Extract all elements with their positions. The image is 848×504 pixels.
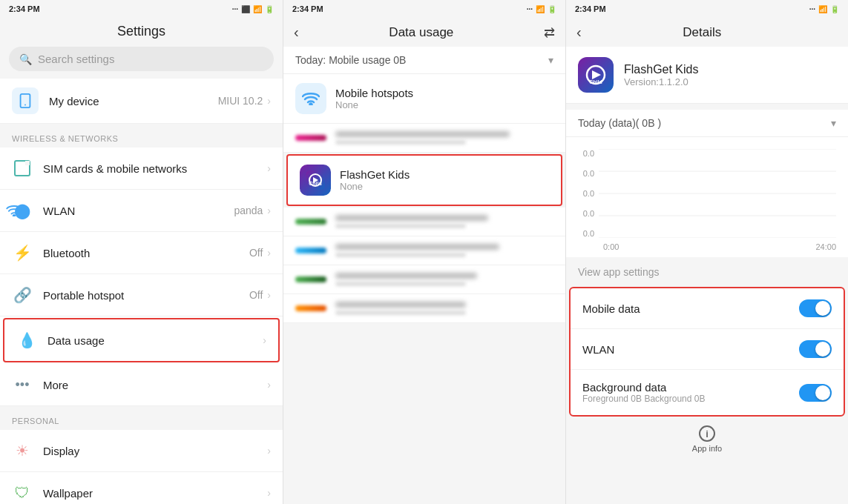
app-name-block: FlashGet Kids Version:1.1.2.0 [624,63,698,87]
wlan-item[interactable]: ⬤ WLAN panda › [0,190,283,232]
svg-point-2 [13,215,16,216]
wlan-toggle[interactable] [799,340,832,358]
more-item[interactable]: ••• More › [0,364,283,406]
data-icon: 💧 [16,330,37,351]
settings-list: My device MIUI 10.2 › WIRELESS & NETWORK… [0,79,283,504]
display-chevron: › [267,445,271,457]
bg-data-label: Background data [582,381,799,394]
sim-icon [12,158,33,179]
data-usage-title: Data usage [389,25,453,40]
sim-item[interactable]: SIM cards & mobile networks › [0,147,283,190]
details-panel: 2:34 PM ··· 📶 🔋 ‹ Details Child FlashGet… [566,0,848,504]
hotspots-info: Mobile hotspots None [335,87,553,110]
blurred-line-4 [335,273,477,279]
blurred-line-1 [335,131,510,137]
blurred-text-3 [335,244,553,257]
my-device-label: My device [49,95,218,107]
chart-svg-container [599,149,836,241]
blurred-sub-1 [335,140,466,145]
wallpaper-chevron: › [267,487,271,499]
device-icon [12,87,39,114]
mobile-hotspots-item[interactable]: Mobile hotspots None [283,74,565,124]
data-app-list: Mobile hotspots None Child [283,74,565,504]
details-title: Details [582,25,823,40]
blurred-icon-2 [295,219,326,225]
sim-chevron: › [267,162,271,174]
display-icon: ☀ [12,440,33,461]
bluetooth-value: Off [249,247,263,259]
blurred-sub-5 [335,311,466,315]
blurred-item-3[interactable] [283,236,565,265]
y-label-4: 0.0 [578,209,594,218]
data-usage-header: ‹ Data usage ⇄ [283,18,565,47]
search-bar[interactable]: 🔍 Search settings [9,47,274,71]
details-back-icon[interactable]: ‹ [576,24,582,41]
blurred-sub-3 [335,253,466,257]
bluetooth-item[interactable]: ⚡ Bluetooth Off › [0,232,283,274]
flashget-info: FlashGet Kids None [340,168,549,192]
flashget-kids-item[interactable]: Child FlashGet Kids None [286,154,562,206]
filter-icon[interactable]: ⇄ [544,24,555,41]
hotspots-sub: None [335,99,553,110]
app-info-button[interactable]: i App info [566,417,848,457]
blurred-icon-5 [295,305,326,311]
hotspot-chevron: › [267,289,271,301]
battery-status-icon: 🔋 [265,5,274,13]
blurred-text-5 [335,302,553,315]
back-icon[interactable]: ‹ [294,24,299,41]
wlan-toggle-row: WLAN [571,329,844,370]
blurred-text-4 [335,273,553,286]
hotspot-item[interactable]: 🔗 Portable hotspot Off › [0,274,283,316]
app-info-row: Child FlashGet Kids Version:1.1.2.0 [566,47,848,104]
app-version: Version:1.1.2.0 [624,76,698,87]
chart-svg [599,149,836,238]
wifi-status-icon: 📶 [253,5,262,13]
more-chevron: › [267,379,271,391]
time-1: 2:34 PM [9,4,40,13]
wallpaper-icon: 🛡 [12,483,33,503]
status-icons-2: ··· 📶 🔋 [527,5,556,13]
wallpaper-item[interactable]: 🛡 Wallpaper › [0,472,283,504]
search-icon: 🔍 [19,53,32,65]
data-usage-item[interactable]: 💧 Data usage › [3,318,280,362]
y-label-3: 0.0 [578,189,594,198]
details-header: ‹ Details [566,18,848,47]
wifi-2: 📶 [536,5,545,13]
wifi-app-icon [295,83,326,114]
blurred-line-3 [335,244,499,250]
mobile-data-toggle[interactable] [799,299,832,317]
blurred-item-5[interactable] [283,294,565,323]
x-label-end: 24:00 [815,242,836,251]
status-bar-3: 2:34 PM ··· 📶 🔋 [566,0,848,18]
wlan-value: panda [234,205,263,216]
my-device-item[interactable]: My device MIUI 10.2 › [0,79,283,124]
time-2: 2:34 PM [292,4,323,13]
display-item[interactable]: ☀ Display › [0,430,283,472]
data-usage-label: Data usage [47,334,263,347]
signal-dots-1: ··· [232,5,238,13]
blurred-item-1[interactable] [283,124,565,153]
toggle-section: Mobile data WLAN Background data Foregro… [569,287,845,417]
mobile-data-toggle-row: Mobile data [571,288,844,329]
blurred-sub-4 [335,282,466,286]
blurred-item-2[interactable] [283,208,565,236]
blurred-sub-2 [335,224,466,228]
blurred-line-2 [335,215,488,221]
flashget-sub: None [340,181,549,192]
mobile-data-label-block: Mobile data [582,302,799,315]
search-input[interactable]: Search settings [38,53,114,65]
svg-rect-0 [21,94,30,107]
hotspots-name: Mobile hotspots [335,87,553,99]
dropdown-arrow: ▾ [548,54,553,66]
today-dropdown[interactable]: Today (data)( 0B ) ▾ [566,110,848,137]
blurred-item-4[interactable] [283,265,565,294]
battery-2: 🔋 [548,5,556,13]
bg-data-toggle[interactable] [799,384,832,402]
chart-y-axis: 0.0 0.0 0.0 0.0 0.0 [578,149,599,238]
y-label-2: 0.0 [578,169,594,178]
today-text: Today (data)( 0B ) [578,117,661,129]
app-info-label: App info [692,444,722,453]
display-label: Display [43,445,267,457]
data-dropdown[interactable]: Today: Mobile usage 0B ▾ [283,47,565,74]
signal-2: ··· [527,5,533,13]
